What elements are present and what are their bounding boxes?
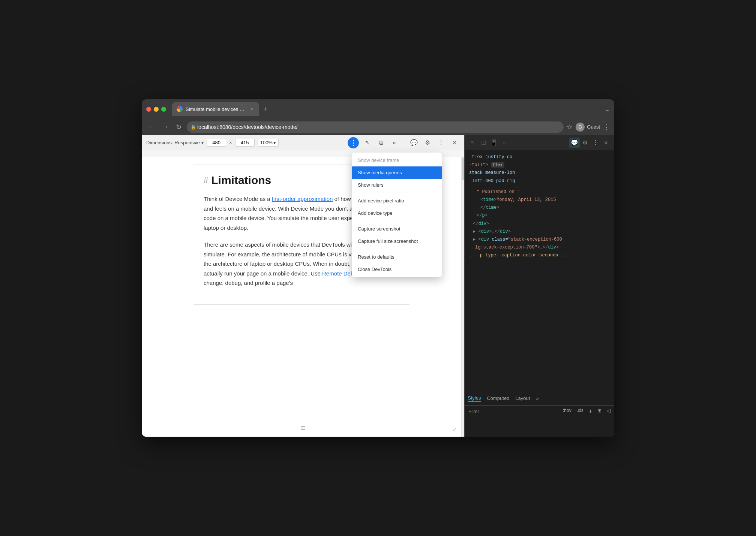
address-input[interactable] xyxy=(187,121,564,133)
menu-item-show-rulers[interactable]: Show rulers xyxy=(352,179,442,191)
menu-separator-3 xyxy=(352,249,442,249)
more-tabs-label: » xyxy=(536,395,538,401)
minimize-button[interactable] xyxy=(154,107,159,112)
layout-tab-label: Layout xyxy=(515,395,530,401)
device-toggle-button[interactable]: ⧉ xyxy=(375,138,386,148)
menu-item-reset-to-defaults[interactable]: Reset to defaults xyxy=(352,251,442,263)
code-line: ▶ <div class="stack-exception-600 xyxy=(468,236,614,244)
dimensions-selector[interactable]: Dimensions: Responsive ▾ xyxy=(146,140,204,145)
chat-icon: 💬 xyxy=(410,139,418,146)
tab-close-button[interactable]: × xyxy=(249,106,255,112)
code-line: lg:stack-exception-700">…</div> xyxy=(465,244,614,252)
console-icon-button[interactable]: 💬 xyxy=(569,138,580,148)
height-input[interactable] xyxy=(235,139,255,147)
devtools-device-button[interactable]: 📱 xyxy=(489,138,499,148)
chevron-right-icon: » xyxy=(393,139,396,146)
device-icon: ⧉ xyxy=(379,139,383,146)
add-style-button[interactable]: + xyxy=(589,408,592,415)
menu-item-close-devtools[interactable]: Close DevTools xyxy=(352,263,442,275)
reload-button[interactable]: ↻ xyxy=(173,122,184,132)
menu-label-show-device-frame: Show device frame xyxy=(358,157,399,163)
menu-item-add-device-pixel-ratio[interactable]: Add device pixel ratio xyxy=(352,195,442,207)
tab-computed[interactable]: Computed xyxy=(487,395,509,402)
new-tab-button[interactable]: + xyxy=(261,104,271,114)
menu-label-add-device-pixel-ratio: Add device pixel ratio xyxy=(358,198,404,204)
menu-label-capture-screenshot: Capture screenshot xyxy=(358,226,400,232)
console-drawer-button[interactable]: 💬 xyxy=(409,138,419,148)
more-options-button[interactable]: ⋮ xyxy=(348,137,359,148)
menu-label-show-rulers: Show rulers xyxy=(358,182,384,188)
devtools-more-button[interactable]: ⋮ xyxy=(436,138,446,148)
close-devtools-button[interactable]: × xyxy=(449,138,460,148)
menu-label-add-device-type: Add device type xyxy=(358,210,393,216)
resize-handle: ≡ xyxy=(301,423,306,433)
code-line: " Published on " xyxy=(465,188,614,196)
gear-icon: ⚙ xyxy=(425,139,430,146)
bookmark-icon[interactable]: ☆ xyxy=(567,123,573,131)
settings-button[interactable]: ⚙ xyxy=(422,138,433,148)
code-line: </div> xyxy=(468,220,614,228)
menu-item-capture-screenshot[interactable]: Capture screenshot xyxy=(352,223,442,235)
menu-label-show-media-queries: Show media queries xyxy=(358,170,402,175)
devtools-settings-button[interactable]: ⚙ xyxy=(580,138,590,148)
close-button[interactable] xyxy=(146,107,151,112)
tab-title: Simulate mobile devices with D xyxy=(186,106,246,112)
tab-layout[interactable]: Layout xyxy=(515,395,530,402)
menu-item-capture-full-screenshot[interactable]: Capture full size screenshot xyxy=(352,235,442,247)
paragraph-1-text: Think of Device Mode as a xyxy=(204,196,272,202)
devtools-three-dot-button[interactable]: ⋮ xyxy=(590,138,601,148)
main-content: Dimensions: Responsive ▾ × 100% ▾ ⋮ ↖ xyxy=(142,135,614,437)
devtools-panel: ↖ ⊡ 📱 » 💬 ⚙ ⋮ × -flex justify-co -full">… xyxy=(464,135,614,437)
address-wrapper: 🔒 xyxy=(187,121,564,133)
profile-button[interactable]: G Guest xyxy=(576,123,600,132)
devtools-inspect-button[interactable]: ⊡ xyxy=(478,138,489,148)
tab-bar-overflow[interactable]: ⌄ xyxy=(605,106,610,113)
code-line: stack measure-lon xyxy=(465,169,614,177)
forward-button[interactable]: → xyxy=(160,122,170,132)
more-icon[interactable]: ⋮ xyxy=(603,123,610,131)
copy-style-button[interactable]: ⊞ xyxy=(597,408,602,415)
devtools-more-panels[interactable]: » xyxy=(499,138,510,148)
avatar: G xyxy=(576,123,585,132)
styles-tab-label: Styles xyxy=(468,395,481,401)
tab-more[interactable]: » xyxy=(536,395,538,402)
ellipsis-icon: ⋮ xyxy=(438,139,444,146)
more-tools-button[interactable]: » xyxy=(389,138,399,148)
dimension-separator: × xyxy=(229,140,232,145)
device-toolbar: Dimensions: Responsive ▾ × 100% ▾ ⋮ ↖ xyxy=(142,135,464,150)
devtools-panel-tabs: ↖ ⊡ 📱 » 💬 ⚙ ⋮ × xyxy=(465,135,614,150)
tab-bar: Simulate mobile devices with D × + xyxy=(172,102,602,116)
vertical-scrollbar[interactable] xyxy=(461,157,464,437)
tab-styles[interactable]: Styles xyxy=(468,395,481,402)
devtools-cursor-button[interactable]: ↖ xyxy=(468,138,478,148)
address-lock-icon: 🔒 xyxy=(190,124,196,130)
cursor-tool-button[interactable]: ↖ xyxy=(362,138,372,148)
hov-button[interactable]: :hov xyxy=(563,408,572,415)
devtools-close-button[interactable]: × xyxy=(601,138,611,148)
back-button[interactable]: ← xyxy=(146,122,157,132)
page-content: Dimensions: Responsive ▾ × 100% ▾ ⋮ ↖ xyxy=(142,135,464,437)
width-input[interactable] xyxy=(207,139,226,147)
menu-item-add-device-type[interactable]: Add device type xyxy=(352,207,442,219)
zoom-selector[interactable]: 100% ▾ xyxy=(258,139,279,147)
code-area[interactable]: -flex justify-co -full"> flex stack meas… xyxy=(465,150,614,392)
dimensions-arrow: ▾ xyxy=(201,140,204,145)
toggle-style-button[interactable]: ◁ xyxy=(607,408,610,415)
dimensions-label: Dimensions: Responsive xyxy=(146,140,200,145)
menu-label-close-devtools: Close DevTools xyxy=(358,267,392,272)
menu-label-capture-full-screenshot: Capture full size screenshot xyxy=(358,238,418,244)
styles-panel: Styles Computed Layout » Filter xyxy=(465,392,614,437)
code-line: -flex justify-co xyxy=(465,153,614,161)
menu-item-show-media-queries[interactable]: Show media queries xyxy=(352,166,442,179)
dropdown-menu: Show device frame Show media queries Sho… xyxy=(352,153,442,277)
first-order-link[interactable]: first-order approximation xyxy=(272,196,333,202)
maximize-button[interactable] xyxy=(161,107,166,112)
browser-window: Simulate mobile devices with D × + ⌄ ← →… xyxy=(142,99,614,437)
styles-tabs: Styles Computed Layout » xyxy=(465,392,614,406)
page-heading: Limitations xyxy=(211,174,271,187)
active-tab[interactable]: Simulate mobile devices with D × xyxy=(172,102,259,116)
menu-separator-1 xyxy=(352,193,442,193)
title-bar: Simulate mobile devices with D × + ⌄ xyxy=(142,99,614,119)
cls-button[interactable]: .cls xyxy=(577,408,584,415)
computed-tab-label: Computed xyxy=(487,395,509,401)
